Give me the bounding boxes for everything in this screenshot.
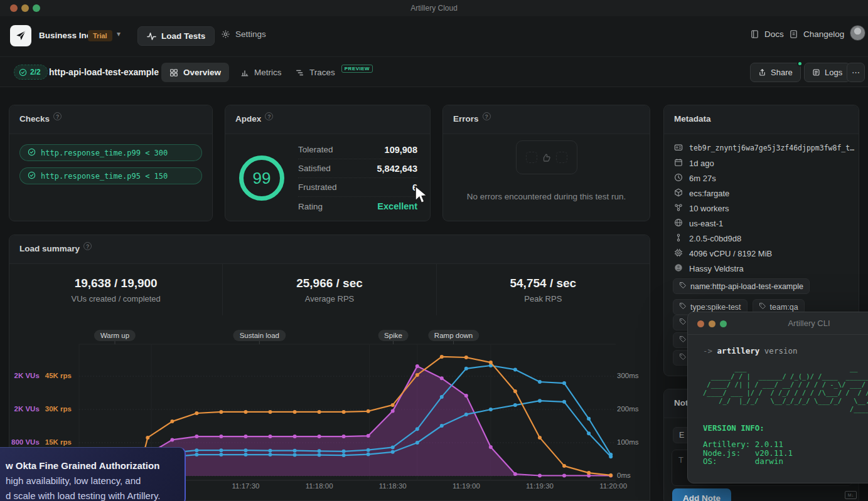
- response-time-p95-point: [440, 424, 444, 428]
- virtual-users-point: [464, 394, 468, 398]
- tag-icon: [679, 353, 687, 362]
- response-time-p95-point: [415, 441, 419, 445]
- response-time-p95-point: [318, 453, 321, 457]
- apdex-score: 99: [253, 169, 271, 188]
- rocket-icon: [15, 30, 26, 41]
- apdex-card-header: Apdex ?: [225, 105, 430, 134]
- no-errors-message: No errors encountered during this test r…: [443, 192, 650, 201]
- metadata-row: 1d ago: [664, 156, 859, 171]
- response-time-p95-point: [244, 453, 248, 456]
- logs-icon: [812, 68, 820, 76]
- response-time-p99-point: [609, 453, 613, 456]
- org-switcher[interactable]: Business Inc: [39, 31, 91, 40]
- gear-icon: [221, 29, 230, 39]
- tag-pill[interactable]: name:http-api-load-test-example: [673, 278, 810, 294]
- metadata-row: 10 workers: [664, 201, 859, 216]
- response-time-p99-point: [538, 380, 542, 384]
- help-icon[interactable]: ?: [53, 112, 62, 120]
- metadata-rows: teb9r_znyntj6wa7ge5j3zf46djppm3fw8f_t…1d…: [664, 134, 859, 276]
- tab-traces[interactable]: Traces PREVIEW: [287, 63, 381, 82]
- stat-cell: 54,754 / secPeak RPS: [436, 264, 650, 315]
- preview-badge: PREVIEW: [341, 65, 373, 73]
- promo-line-1: w Okta Fine Grained Authorization: [6, 458, 178, 473]
- checks-card-title: Checks: [19, 114, 50, 124]
- apdex-card: Apdex ? 99 Tolerated109,908Satisfied5,84…: [225, 105, 431, 221]
- help-icon[interactable]: ?: [483, 112, 491, 120]
- response-time-p99-point: [562, 381, 566, 385]
- metadata-card-header: Metadata: [664, 105, 859, 134]
- artillery-cli-terminal: Artillery CLI -> artillery version ___ _…: [687, 312, 868, 483]
- errors-card-header: Errors ?: [443, 105, 650, 134]
- add-note-button[interactable]: Add Note: [672, 488, 731, 501]
- artillery-logo[interactable]: [10, 25, 31, 46]
- apdex-row: RatingExcellent: [298, 197, 417, 216]
- version-info-heading: VERSION INFO:: [703, 423, 868, 433]
- load-summary-title: Load summary: [19, 244, 80, 253]
- virtual-users-point: [219, 435, 223, 438]
- calendar-icon: [674, 158, 683, 169]
- response-time-p95-point: [587, 431, 591, 435]
- help-icon[interactable]: ?: [265, 112, 273, 120]
- metrics-icon: [240, 68, 249, 77]
- help-icon[interactable]: ?: [83, 242, 92, 250]
- apdex-row-value: Excellent: [377, 201, 417, 211]
- response-time-p99-point: [318, 449, 321, 453]
- cpu-icon: [674, 248, 683, 259]
- y-axis-right-label: 0ms: [617, 472, 631, 479]
- logs-label: Logs: [825, 68, 842, 77]
- tab-overview-label: Overview: [183, 68, 221, 77]
- vus-tick-label: 2K VUs: [14, 405, 40, 413]
- check-circle-icon: [28, 148, 36, 158]
- response-time-p99-point: [219, 448, 223, 452]
- terminal-title: Artillery CLI: [688, 319, 868, 328]
- test-run-title: http-api-load-test-example: [49, 67, 159, 77]
- nav-docs[interactable]: Docs: [750, 29, 784, 39]
- x-axis-tick-label: 11:18:00: [306, 482, 333, 490]
- request-rate-point: [367, 409, 370, 413]
- check-item: http.response_time.p95 < 150: [19, 167, 202, 184]
- no-errors-illustration: [516, 140, 577, 174]
- metadata-row: Hassy Veldstra: [664, 261, 859, 276]
- y-axis-right-label: 100ms: [617, 438, 639, 446]
- phase-label: Warm up: [94, 330, 136, 341]
- nav-load-tests[interactable]: Load Tests: [137, 26, 215, 46]
- promo-banner[interactable]: w Okta Fine Grained Authorization high a…: [0, 447, 186, 501]
- tab-overview[interactable]: Overview: [161, 63, 229, 82]
- version-icon: [674, 233, 683, 244]
- request-rate-point: [464, 356, 468, 359]
- checks-status-badge: 2/2: [14, 65, 48, 80]
- request-rate-point: [146, 436, 149, 440]
- request-rate-point: [489, 361, 493, 364]
- virtual-users-point: [440, 376, 444, 380]
- tag-label: name:http-api-load-test-example: [690, 282, 803, 291]
- chevron-down-icon[interactable]: ▾: [117, 29, 121, 38]
- request-rate-point: [269, 410, 272, 414]
- response-time-p95-point: [293, 453, 297, 457]
- nav-docs-label: Docs: [764, 29, 784, 39]
- tab-traces-label: Traces: [309, 68, 335, 77]
- stat-cell: 25,966 / secAverage RPS: [222, 264, 436, 315]
- virtual-users-point: [318, 435, 321, 438]
- nav-settings-label: Settings: [235, 29, 266, 39]
- response-time-p99-point: [293, 449, 297, 453]
- stat-value: 54,754 / sec: [510, 277, 576, 290]
- tag-icon: [679, 318, 687, 327]
- response-time-p95-point: [538, 399, 542, 403]
- share-button[interactable]: Share: [750, 63, 801, 82]
- more-actions-button[interactable]: ⋯: [847, 63, 865, 82]
- tag-label: type:spike-test: [690, 303, 741, 312]
- rps-tick-label: 15K rps: [45, 438, 72, 446]
- nav-changelog[interactable]: Changelog: [789, 29, 844, 39]
- nav-settings[interactable]: Settings: [221, 29, 266, 39]
- request-rate-point: [293, 410, 297, 414]
- apdex-row-label: Rating: [298, 202, 323, 211]
- share-icon: [758, 68, 766, 76]
- user-avatar[interactable]: [850, 25, 865, 41]
- virtual-users-point: [538, 474, 542, 478]
- apdex-row-value: 109,908: [385, 145, 417, 155]
- logs-button[interactable]: Logs: [804, 63, 850, 82]
- stat-label: VUs created / completed: [71, 294, 160, 303]
- load-summary-stats: 19,638 / 19,900VUs created / completed25…: [9, 264, 650, 315]
- virtual-users-point: [415, 364, 419, 368]
- tab-metrics[interactable]: Metrics: [232, 63, 290, 82]
